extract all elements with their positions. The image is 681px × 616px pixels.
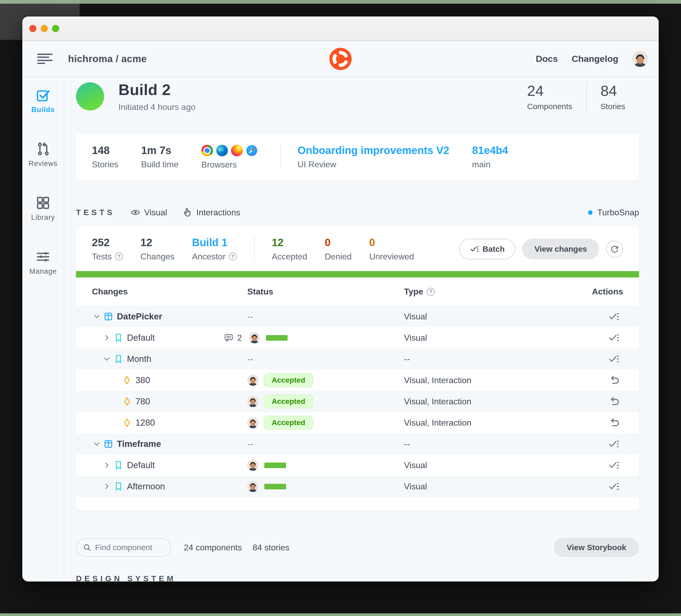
sidebar-item-builds[interactable]: Builds xyxy=(31,87,55,114)
view-storybook-button[interactable]: View Storybook xyxy=(554,538,639,557)
firefox-browser-icon xyxy=(231,145,243,156)
row-type-cell: Visual, Interaction xyxy=(404,397,553,407)
undo-icon[interactable] xyxy=(608,417,620,428)
row-actions-cell xyxy=(553,332,623,343)
batch-accept-icon[interactable] xyxy=(608,438,620,450)
commit-link[interactable]: 81e4b4 xyxy=(472,145,508,156)
table-footer-spacer xyxy=(76,497,639,510)
ancestor-build-link[interactable]: Build 1 xyxy=(192,237,237,249)
review-link[interactable]: Onboarding improvements V2 xyxy=(298,145,449,156)
components-count: 24 Components xyxy=(513,82,586,111)
test-stats-row: 252 Tests? 12 Changes Build 1 Ancestor? xyxy=(76,227,639,271)
component-icon xyxy=(104,312,113,321)
batch-accept-icon[interactable] xyxy=(608,332,620,343)
sidebar-item-library[interactable]: Library xyxy=(31,196,55,222)
snapshot-bar[interactable] xyxy=(264,484,286,489)
row-name-cell: DatePicker xyxy=(92,311,247,322)
nav-docs-link[interactable]: Docs xyxy=(536,54,558,64)
stories-summary: 84 stories xyxy=(253,543,289,553)
tests-help-icon[interactable]: ? xyxy=(115,253,123,260)
comment-count[interactable]: 2 xyxy=(224,333,242,343)
chevron-right-icon[interactable] xyxy=(102,333,111,342)
tests-bar: TESTS Visual xyxy=(76,206,639,219)
zoom-window-button[interactable] xyxy=(52,25,59,32)
changes-table-body: DatePicker -- Visual xyxy=(76,306,639,497)
search-field[interactable] xyxy=(76,538,171,557)
row-name-cell: Month xyxy=(92,354,247,364)
refresh-button[interactable] xyxy=(606,240,623,258)
sidebar-item-manage[interactable]: Manage xyxy=(29,249,57,276)
undo-icon[interactable] xyxy=(608,375,620,386)
table-row[interactable]: 380 Accepted Visual, Interaction xyxy=(76,369,639,391)
undo-icon[interactable] xyxy=(608,396,620,407)
row-status-cell: -- xyxy=(247,354,404,364)
viewport-diamond-icon xyxy=(122,418,132,428)
row-name: Month xyxy=(127,354,151,364)
nav-changelog-link[interactable]: Changelog xyxy=(572,54,618,64)
app-window: hichroma / acme Docs Changelog xyxy=(22,17,659,582)
turbosnap-indicator[interactable]: TurboSnap xyxy=(588,208,639,217)
batch-accept-icon[interactable] xyxy=(608,353,620,364)
design-system-heading: DESIGN SYSTEM xyxy=(76,574,639,582)
chevron-down-icon[interactable] xyxy=(102,354,111,364)
interactions-toggle[interactable]: Interactions xyxy=(182,207,240,217)
table-row[interactable]: Month -- -- xyxy=(76,349,639,369)
menu-icon[interactable] xyxy=(37,54,53,64)
components-summary: 24 components xyxy=(184,543,242,553)
row-actions-cell xyxy=(553,311,623,322)
sidebar-item-label: Builds xyxy=(31,106,55,114)
chevron-down-icon[interactable] xyxy=(92,439,101,449)
batch-accept-icon[interactable] xyxy=(608,481,620,492)
user-avatar[interactable] xyxy=(632,51,648,67)
batch-accept-icon[interactable] xyxy=(608,460,620,471)
close-window-button[interactable] xyxy=(29,25,36,32)
row-type-cell: Visual xyxy=(404,460,553,470)
row-status-cell: Accepted xyxy=(247,373,404,387)
row-type-cell: Visual xyxy=(404,312,553,322)
minimize-window-button[interactable] xyxy=(41,25,48,32)
batch-check-icon xyxy=(470,245,479,254)
table-row[interactable]: Default 2 Visual xyxy=(76,327,639,349)
reviewer-avatar xyxy=(247,481,258,492)
snapshot-bar[interactable] xyxy=(266,335,288,341)
row-name: Afternoon xyxy=(127,481,165,491)
row-name-cell: Default xyxy=(92,460,247,470)
summary-stories: 148 Stories xyxy=(92,145,119,170)
ancestor-help-icon[interactable]: ? xyxy=(229,253,237,260)
row-type-cell: Visual, Interaction xyxy=(404,418,553,428)
status-badge: Accepted xyxy=(264,373,313,387)
table-row[interactable]: Default Visual xyxy=(76,455,639,476)
summary-browsers: Browsers xyxy=(201,145,258,170)
table-row[interactable]: 1280 Accepted Visual, Interaction xyxy=(76,412,639,433)
row-status-cell: 2 xyxy=(247,332,404,343)
backdrop-bottom-strip xyxy=(0,613,681,616)
search-input[interactable] xyxy=(95,543,164,552)
type-help-icon[interactable]: ? xyxy=(427,288,435,296)
sidebar-item-reviews[interactable]: Reviews xyxy=(28,142,57,168)
table-row[interactable]: DatePicker -- Visual xyxy=(76,306,639,327)
summary-commit: 81e4b4 main xyxy=(472,145,508,170)
chevron-right-icon[interactable] xyxy=(102,460,111,470)
chevron-down-icon[interactable] xyxy=(92,312,101,321)
header-nav: Docs Changelog xyxy=(536,51,648,67)
snapshot-bar[interactable] xyxy=(264,463,286,468)
build-status-badge xyxy=(76,82,104,110)
summary-divider xyxy=(280,144,281,170)
breadcrumb[interactable]: hichroma / acme xyxy=(68,53,147,65)
main-content: Build 2 Initiated 4 hours ago 24 Compone… xyxy=(64,77,659,581)
table-row[interactable]: 780 Accepted Visual, Interaction xyxy=(76,391,639,412)
batch-accept-icon[interactable] xyxy=(608,311,620,322)
row-actions-cell xyxy=(553,481,623,492)
build-header: Build 2 Initiated 4 hours ago 24 Compone… xyxy=(76,81,639,112)
row-status-cell xyxy=(247,460,404,471)
stat-unreviewed: 0 Unreviewed xyxy=(369,237,414,261)
batch-button[interactable]: Batch xyxy=(459,239,515,259)
chevron-right-icon[interactable] xyxy=(102,482,111,491)
visual-toggle[interactable]: Visual xyxy=(130,207,167,217)
chromatic-logo-icon[interactable] xyxy=(329,48,352,70)
reviewer-avatar xyxy=(249,332,260,343)
view-changes-button[interactable]: View changes xyxy=(522,239,599,259)
table-row[interactable]: Timeframe -- -- xyxy=(76,433,639,455)
status-empty: -- xyxy=(247,354,253,364)
table-row[interactable]: Afternoon Visual xyxy=(76,476,639,497)
